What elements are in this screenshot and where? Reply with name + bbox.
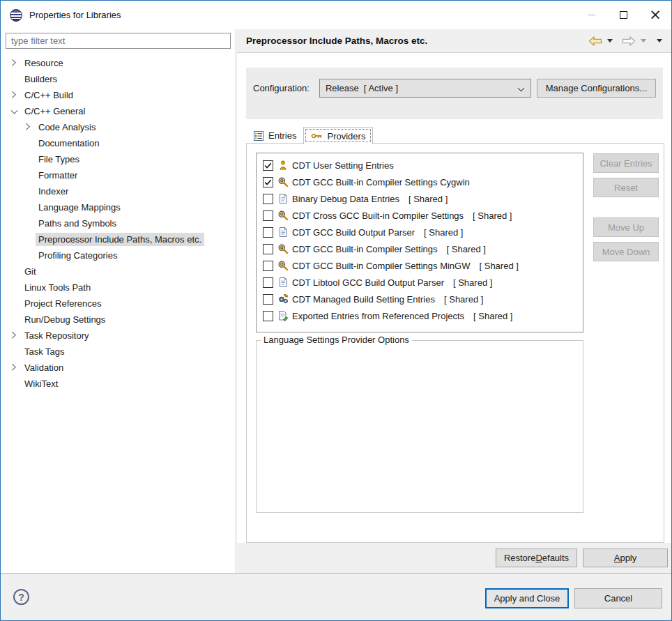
reset-button[interactable]: Reset [593, 178, 659, 197]
chevron-right-icon[interactable] [9, 91, 16, 98]
tree-item[interactable]: File Types [1, 151, 235, 167]
provider-row[interactable]: CDT GCC Build Output Parser[ Shared ] [257, 224, 583, 240]
configuration-combo[interactable]: Release [ Active ] [319, 79, 531, 98]
tree-item[interactable]: Git [1, 263, 235, 279]
tree-expander [10, 365, 22, 370]
provider-row[interactable]: CDT GCC Built-in Compiler Settings Cygwi… [257, 174, 583, 190]
apply-button[interactable]: Apply [583, 549, 668, 567]
tree-item-label: Documentation [36, 137, 102, 150]
tree-item[interactable]: Formatter [1, 167, 235, 183]
provider-options-group-title: Language Settings Provider Options [261, 335, 412, 345]
provider-row[interactable]: CDT Managed Build Setting Entries[ Share… [257, 291, 583, 307]
tree-item[interactable]: Indexer [1, 183, 235, 199]
shared-badge: [ Shared ] [473, 210, 512, 221]
checkbox-unchecked-icon[interactable] [263, 244, 273, 254]
tree-item[interactable]: Code Analysis [1, 119, 235, 135]
tree-item[interactable]: Builders [1, 71, 235, 87]
tree-expander [10, 333, 22, 338]
chevron-right-icon[interactable] [9, 59, 16, 66]
forward-history-dropdown-icon[interactable] [641, 39, 646, 43]
provider-row[interactable]: Binary Debug Data Entries[ Shared ] [257, 190, 583, 207]
window-controls: × [575, 1, 671, 29]
tree-item-label: Git [22, 265, 39, 278]
tab-providers[interactable]: Providers [303, 127, 373, 144]
tree-item[interactable]: Documentation [1, 135, 235, 151]
view-menu-icon[interactable] [657, 39, 662, 43]
checkbox-unchecked-icon[interactable] [263, 261, 273, 271]
tree-item-label: Code Analysis [36, 121, 98, 134]
tree-item[interactable]: Task Tags [1, 344, 235, 360]
tree-item[interactable]: Preprocessor Include Paths, Macros etc. [1, 231, 235, 247]
chevron-right-icon[interactable] [9, 364, 16, 371]
checkbox-checked-icon[interactable] [263, 177, 273, 187]
provider-row[interactable]: CDT Libtool GCC Build Output Parser[ Sha… [257, 274, 583, 291]
forward-button[interactable] [622, 36, 636, 46]
chevron-right-icon[interactable] [9, 332, 16, 339]
tree-item[interactable]: Paths and Symbols [1, 215, 235, 231]
provider-row[interactable]: CDT GCC Built-in Compiler Settings[ Shar… [257, 240, 583, 257]
provider-row[interactable]: CDT User Setting Entries [257, 157, 583, 174]
tree-item[interactable]: Run/Debug Settings [1, 312, 235, 328]
help-button[interactable]: ? [13, 589, 29, 605]
tree-item[interactable]: Linux Tools Path [1, 279, 235, 296]
tree-item-label: Paths and Symbols [36, 217, 119, 230]
checkbox-unchecked-icon[interactable] [263, 210, 273, 221]
chevron-right-icon[interactable] [23, 123, 30, 130]
tree-item[interactable]: Profiling Categories [1, 247, 235, 263]
back-button[interactable] [588, 36, 602, 46]
provider-row[interactable]: Exported Entries from Referenced Project… [257, 307, 583, 324]
filter-input[interactable] [6, 33, 231, 49]
tree-item[interactable]: C/C++ General [1, 103, 235, 119]
tab-entries-label: Entries [268, 130, 296, 141]
entries-list-icon [253, 130, 264, 141]
tree-item[interactable]: Validation [1, 360, 235, 376]
tree-item[interactable]: Project References [1, 296, 235, 312]
checkbox-unchecked-icon[interactable] [263, 294, 273, 305]
provider-label: Exported Entries from Referenced Project… [292, 311, 464, 321]
tree-item[interactable]: Task Repository [1, 328, 235, 344]
shared-badge: [ Shared ] [444, 294, 483, 305]
cancel-button[interactable]: Cancel [574, 588, 662, 608]
provider-label: CDT GCC Built-in Compiler Settings MinGW [292, 261, 470, 271]
maximize-button[interactable] [607, 1, 639, 29]
provider-row[interactable]: CDT Cross GCC Built-in Compiler Settings… [257, 207, 583, 224]
close-button[interactable]: × [639, 1, 671, 29]
minimize-button[interactable] [575, 1, 607, 29]
checkbox-unchecked-icon[interactable] [263, 227, 273, 238]
restore-defaults-button[interactable]: Restore Defaults [496, 549, 577, 567]
dialog-buttons: Apply and Close Cancel [485, 588, 662, 608]
clear-entries-button[interactable]: Clear Entries [593, 153, 659, 173]
checkbox-unchecked-icon[interactable] [263, 311, 273, 321]
provider-row[interactable]: CDT GCC Built-in Compiler Settings MinGW… [257, 257, 583, 274]
tree-item[interactable]: Language Mappings [1, 199, 235, 215]
tree-item-label: Project References [22, 297, 105, 310]
move-up-button[interactable]: Move Up [593, 217, 659, 237]
tree-item-label: Formatter [36, 169, 80, 182]
titlebar: Properties for Libraries × [1, 1, 671, 29]
right-panel: Preprocessor Include Paths, Macros etc. [237, 29, 671, 573]
shared-badge: [ Shared ] [408, 194, 448, 204]
tab-providers-label: Providers [327, 131, 365, 141]
manage-configurations-button[interactable]: Manage Configurations... [537, 79, 656, 98]
tree-item[interactable]: C/C++ Build [1, 87, 235, 103]
back-arrow-icon [588, 36, 602, 46]
move-down-button[interactable]: Move Down [593, 242, 659, 261]
checkbox-checked-icon[interactable] [263, 160, 273, 171]
dialog-button-bar: ? Apply and Close Cancel [1, 573, 671, 620]
question-mark-icon: ? [18, 592, 24, 603]
properties-dialog: Properties for Libraries × ResourceBuild… [0, 0, 672, 621]
back-history-dropdown-icon[interactable] [607, 39, 613, 43]
eclipse-logo-icon [10, 9, 22, 22]
tree-item[interactable]: WikiText [1, 376, 235, 392]
provider-side-buttons: Clear EntriesResetMove UpMove Down [593, 153, 659, 261]
provider-label: CDT GCC Built-in Compiler Settings [292, 244, 438, 254]
tree-item-label: Linux Tools Path [22, 281, 93, 294]
checkbox-unchecked-icon[interactable] [263, 277, 273, 288]
tab-entries[interactable]: Entries [246, 128, 303, 144]
magnifier-icon [277, 176, 289, 187]
tree-expander [10, 109, 22, 114]
tree-item[interactable]: Resource [1, 55, 235, 71]
checkbox-unchecked-icon[interactable] [263, 194, 273, 204]
apply-and-close-button[interactable]: Apply and Close [485, 588, 569, 608]
chevron-down-icon[interactable] [11, 107, 18, 114]
